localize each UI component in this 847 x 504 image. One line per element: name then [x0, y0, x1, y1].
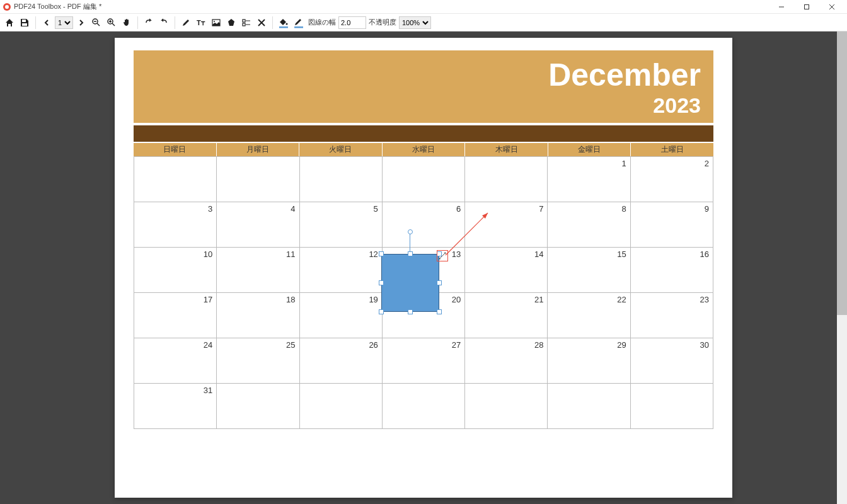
window-controls: [769, 0, 844, 14]
minimize-button[interactable]: [769, 0, 794, 14]
app-icon: [3, 3, 11, 11]
separator: [35, 16, 36, 29]
close-button[interactable]: [819, 0, 844, 14]
svg-rect-20: [243, 23, 245, 26]
pen-tool-button[interactable]: [179, 16, 193, 30]
svg-line-12: [112, 23, 115, 26]
pan-tool-button[interactable]: [120, 16, 134, 30]
form-tool-button[interactable]: [239, 16, 253, 30]
svg-rect-7: [22, 23, 27, 26]
toolbar: 1 Tᴛ 図線の幅 不透明度 100%: [0, 14, 847, 32]
opacity-label: 不透明度: [369, 18, 396, 27]
separator: [137, 16, 138, 29]
maximize-button[interactable]: [794, 0, 819, 14]
svg-rect-3: [805, 4, 809, 9]
image-tool-button[interactable]: [209, 16, 223, 30]
svg-point-1: [5, 5, 9, 9]
titlebar: PDF24 Toolbox - PDF 編集 *: [0, 0, 847, 14]
svg-point-24: [286, 23, 288, 25]
separator: [175, 16, 175, 29]
redo-button[interactable]: [142, 16, 156, 30]
svg-rect-25: [279, 26, 288, 28]
undo-button[interactable]: [157, 16, 171, 30]
svg-rect-18: [243, 20, 245, 22]
stroke-color-button[interactable]: [292, 16, 306, 30]
line-width-input[interactable]: [338, 16, 366, 29]
svg-text:Tᴛ: Tᴛ: [197, 19, 205, 26]
zoom-out-button[interactable]: [89, 16, 103, 30]
separator: [272, 16, 273, 29]
shape-tool-button[interactable]: [224, 16, 238, 30]
next-page-button[interactable]: [74, 16, 88, 30]
svg-point-17: [214, 21, 215, 22]
opacity-select[interactable]: 100%: [399, 16, 431, 29]
window-title: PDF24 Toolbox - PDF 編集 *: [14, 2, 769, 11]
prev-page-button[interactable]: [40, 16, 54, 30]
page-select[interactable]: 1: [55, 16, 73, 29]
zoom-in-button[interactable]: [105, 16, 118, 30]
save-button[interactable]: [18, 16, 32, 30]
fill-color-button[interactable]: [277, 16, 291, 30]
text-tool-button[interactable]: Tᴛ: [194, 16, 208, 30]
svg-rect-26: [294, 26, 303, 28]
svg-line-9: [97, 23, 100, 26]
svg-rect-6: [22, 20, 26, 22]
home-button[interactable]: [3, 16, 16, 30]
line-width-label: 図線の幅: [308, 18, 336, 27]
delete-tool-button[interactable]: [255, 16, 268, 30]
